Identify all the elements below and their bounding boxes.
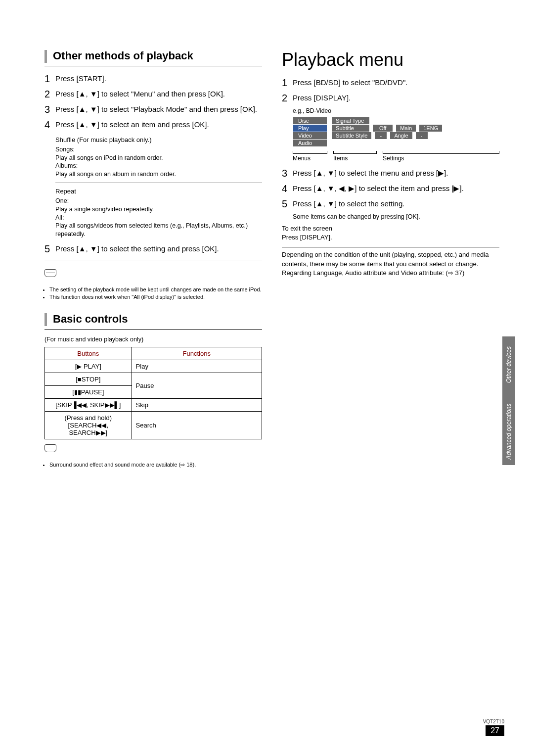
repeat-one-desc: Play a single song/video repeatedly. [55,205,262,214]
osd-menu-play: Play [293,124,327,132]
table-cell: Play [132,360,262,373]
note-para1: Depending on the condition of the unit (… [282,250,499,268]
note-para2: Regarding Language, Audio attribute and … [282,269,499,278]
shuffle-songs-label: Songs: [55,145,262,154]
osd-item-subtitle-style: Subtitle Style [332,132,371,139]
table-header-functions: Functions [132,347,262,360]
shuffle-albums-label: Albums: [55,162,262,170]
step-text: Press [▲, ▼] to select the setting. [293,197,499,211]
exit-title: To exit the screen [282,224,499,233]
section-other-methods: Other methods of playback [44,49,262,66]
step-number: 5 [282,197,293,211]
note-item: Surround sound effect and sound mode are… [49,461,262,468]
step-number: 1 [44,72,55,86]
controls-table: Buttons Functions [▶ PLAY]Play [■STOP]Pa… [44,347,262,439]
table-header-buttons: Buttons [45,347,132,360]
exit-text: Press [DISPLAY]. [282,233,499,242]
step-text: Press [▲, ▼] to select the menu and pres… [293,167,499,180]
repeat-all-label: All: [55,214,262,222]
osd-example: Disc Play Video Audio Signal Type Subtit… [293,117,499,162]
osd-value: Angle [390,132,412,139]
note-icon [44,444,56,452]
osd-item-signal-type: Signal Type [332,117,369,124]
step-text: Press [▲, ▼] to select "Playback Mode" a… [55,103,262,116]
step-text: Press [▲, ▼] to select an item and press… [55,118,262,132]
osd-value: - [416,132,428,139]
table-cell: Pause [132,373,262,398]
osd-menu-audio: Audio [293,139,327,147]
side-tab-other-devices: Other devices [505,346,512,383]
step-number: 4 [44,118,55,132]
osd-col-items: Items [333,155,383,162]
side-tab-advanced-operations: Advanced operations [505,404,512,460]
step-number: 5 [44,242,55,256]
osd-value: 1ENG [419,125,442,132]
step5-sub: Some items can be changed by pressing [O… [293,213,499,221]
shuffle-songs-desc: Play all songs on iPod in random order. [55,154,262,162]
osd-value: Off [373,125,393,132]
repeat-title: Repeat [55,187,262,196]
page-number: 27 [486,725,504,736]
osd-value: Main [396,125,416,132]
side-tab: Other devices Advanced operations [502,336,515,465]
step-number: 1 [282,76,293,90]
notes-list: The setting of the playback mode will be… [44,286,262,301]
step-text: Press [▲, ▼] to select "Menu" and then p… [55,88,262,101]
osd-menu-video: Video [293,132,327,140]
step-text: Press [DISPLAY]. [293,92,499,105]
table-cell: [■STOP] [45,373,132,385]
step-text: Press [▲, ▼] to select the setting and p… [55,242,262,256]
osd-col-menus: Menus [293,155,333,162]
step-number: 2 [44,88,55,101]
example-caption: e.g., BD-Video [293,107,499,115]
page-footer: VQT2T10 27 [483,719,504,736]
step-number: 3 [282,167,293,180]
table-cell: [▶ PLAY] [45,360,132,373]
repeat-block: Repeat One: Play a single song/video rep… [55,187,262,238]
osd-value: - [375,132,387,139]
table-cell: (Press and hold) [SEARCH◀◀, SEARCH▶▶] [45,411,132,439]
section-basic-controls: Basic controls [44,313,262,330]
table-cell: Skip [132,398,262,411]
step-number: 4 [282,182,293,195]
repeat-all-desc: Play all songs/videos from selected item… [55,222,262,238]
table-cell: [SKIP▐◀◀, SKIP▶▶▌] [45,398,132,411]
step-text: Press [▲, ▼, ◀, ▶] to select the item an… [293,182,499,195]
note-item: The setting of the playback mode will be… [49,286,262,293]
osd-col-settings: Settings [383,155,404,162]
repeat-one-label: One: [55,197,262,205]
table-cell: [▮▮PAUSE] [45,385,132,398]
shuffle-title: Shuffle (For music playback only.) [55,136,262,144]
notes-list: Surround sound effect and sound mode are… [44,461,262,468]
playback-menu-title: Playback menu [282,49,499,70]
note-item: This function does not work when "All (i… [49,293,262,300]
shuffle-albums-desc: Play all songs on an album in random ord… [55,170,262,179]
osd-menu-disc: Disc [293,117,327,125]
shuffle-block: Shuffle (For music playback only.) Songs… [55,136,262,179]
osd-item-subtitle: Subtitle [332,125,369,132]
note-icon [44,269,56,277]
table-caption: (For music and video playback only) [44,335,262,344]
footer-code: VQT2T10 [483,719,504,724]
step-text: Press [BD/SD] to select "BD/DVD". [293,76,499,90]
step-text: Press [START]. [55,72,262,86]
step-number: 3 [44,103,55,116]
table-cell: Search [132,411,262,439]
step-number: 2 [282,92,293,105]
